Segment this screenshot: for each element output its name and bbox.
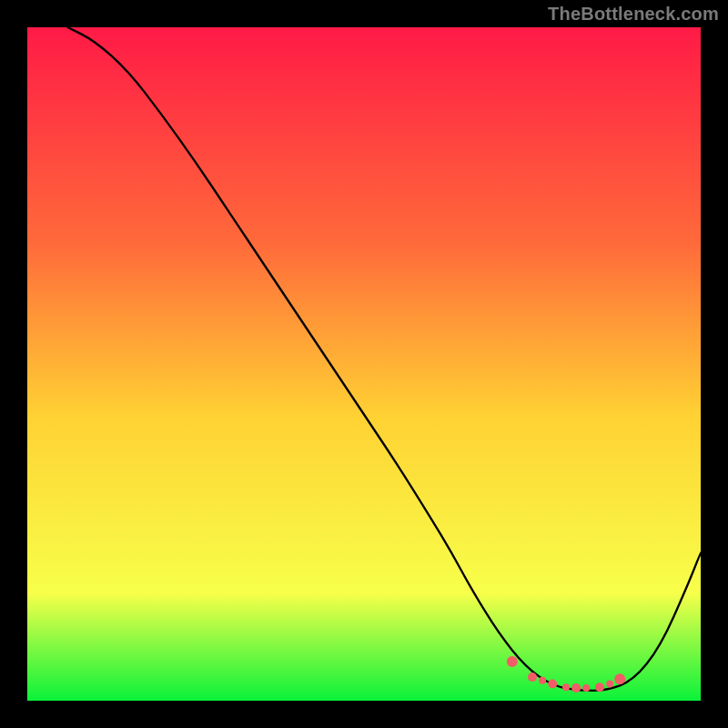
trough-marker [539, 677, 546, 684]
trough-marker [571, 683, 581, 693]
chart-frame: { "watermark": "TheBottleneck.com", "col… [0, 0, 728, 728]
trough-marker [562, 683, 570, 691]
trough-marker [614, 673, 625, 684]
bottleneck-chart [0, 0, 728, 728]
plot-gradient-background [27, 27, 701, 701]
watermark-text: TheBottleneck.com [548, 4, 719, 25]
trough-marker [548, 680, 557, 689]
trough-marker [528, 672, 537, 682]
trough-marker [507, 656, 518, 667]
trough-marker [595, 682, 604, 692]
trough-marker [606, 681, 613, 688]
trough-marker [582, 684, 590, 692]
